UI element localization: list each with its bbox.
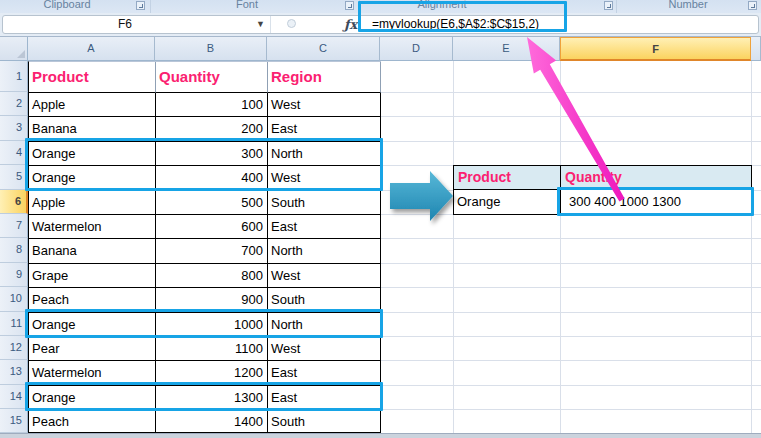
cell-b9[interactable]: 800 [156, 264, 268, 288]
highlight-box-row-14 [25, 382, 383, 411]
row-header-9[interactable]: 9 [0, 263, 28, 287]
cell-c9[interactable]: West [268, 264, 381, 288]
cell-a9[interactable]: Grape [29, 264, 156, 288]
column-header-b[interactable]: B [155, 37, 267, 61]
cell-b12[interactable]: 1100 [156, 337, 268, 361]
highlight-box-rows-4-5 [25, 138, 383, 191]
row-header-1[interactable]: 1 [0, 61, 28, 92]
cell-b8[interactable]: 700 [156, 239, 268, 263]
row-header-13[interactable]: 13 [0, 360, 28, 384]
name-box[interactable]: F6 [0, 17, 250, 32]
name-box-dropdown-icon[interactable]: ▼ [256, 17, 265, 32]
column-header-g-sliver[interactable] [751, 37, 761, 61]
cell-b7[interactable]: 600 [156, 215, 268, 239]
cell-a6[interactable]: Apple [29, 191, 156, 215]
clipboard-dialog-launcher-icon[interactable] [136, 1, 145, 10]
formula-bar-grip-icon [287, 19, 296, 28]
excel-window: Clipboard Font Alignment Number F6 ▼ ƒx … [0, 0, 761, 438]
cell-c6[interactable]: South [268, 191, 381, 215]
number-dialog-launcher-icon[interactable] [748, 1, 757, 10]
cell-a8[interactable]: Banana [29, 239, 156, 263]
screenshot-bottom-edge [0, 433, 761, 438]
select-all-corner[interactable] [0, 37, 28, 61]
cell-c2[interactable]: West [268, 93, 381, 117]
ribbon-group-font: Font [192, 0, 302, 12]
cell-c7[interactable]: East [268, 215, 381, 239]
main-data-table: Product Quantity Region Apple 100 West B… [28, 61, 381, 433]
table-row: Pear 1100 West [29, 337, 381, 361]
ribbon-separator [616, 0, 617, 13]
header-quantity[interactable]: Quantity [156, 62, 268, 93]
cell-e6-lookup-value[interactable]: Orange [454, 190, 561, 214]
formula-bar-divider [270, 16, 271, 33]
row-header-10[interactable]: 10 [0, 287, 28, 311]
ribbon-separator [150, 0, 151, 13]
column-header-e[interactable]: E [453, 37, 560, 61]
cell-c12[interactable]: West [268, 337, 381, 361]
result-header-product[interactable]: Product [454, 166, 561, 190]
cell-b15[interactable]: 1400 [156, 410, 268, 433]
row-header-11[interactable]: 11 [0, 312, 28, 336]
column-header-f-selected[interactable]: F [560, 37, 751, 61]
row-header-7[interactable]: 7 [0, 214, 28, 238]
cell-b6[interactable]: 500 [156, 191, 268, 215]
empty-grid-region [381, 61, 761, 433]
font-dialog-launcher-icon[interactable] [345, 1, 354, 10]
ribbon-group-clipboard: Clipboard [12, 0, 122, 12]
cell-a12[interactable]: Pear [29, 337, 156, 361]
cell-b2[interactable]: 100 [156, 93, 268, 117]
cell-a7[interactable]: Watermelon [29, 215, 156, 239]
table-row: Apple 100 West [29, 93, 381, 117]
column-header-a[interactable]: A [28, 37, 155, 61]
cell-c8[interactable]: North [268, 239, 381, 263]
column-header-d[interactable]: D [380, 37, 453, 61]
row-header-2[interactable]: 2 [0, 92, 28, 116]
row-header-4[interactable]: 4 [0, 141, 28, 165]
highlight-box-cell-f6 [557, 187, 754, 216]
cell-a2[interactable]: Apple [29, 93, 156, 117]
header-product[interactable]: Product [29, 62, 156, 93]
highlight-box-row-11 [25, 309, 383, 338]
table-header-row: Product Quantity Region [29, 62, 381, 93]
row-header-14[interactable]: 14 [0, 385, 28, 409]
highlight-box-formula [358, 1, 567, 32]
row-header-3[interactable]: 3 [0, 116, 28, 140]
gridlines [381, 92, 761, 433]
table-row: Apple 500 South [29, 191, 381, 215]
row-header-12[interactable]: 12 [0, 336, 28, 360]
table-row: Watermelon 600 East [29, 215, 381, 239]
cell-c15[interactable]: South [268, 410, 381, 433]
ribbon-group-number: Number [633, 0, 743, 12]
table-row: Peach 1400 South [29, 410, 381, 433]
row-header-6-selected[interactable]: 6 [0, 190, 28, 214]
row-header-5[interactable]: 5 [0, 165, 28, 189]
table-row: Grape 800 West [29, 264, 381, 288]
alignment-dialog-launcher-icon[interactable] [604, 1, 613, 10]
cell-a15[interactable]: Peach [29, 410, 156, 433]
header-region[interactable]: Region [268, 62, 381, 93]
column-header-c[interactable]: C [267, 37, 380, 61]
row-header-8[interactable]: 8 [0, 238, 28, 262]
row-header-15[interactable]: 15 [0, 409, 28, 433]
table-row: Banana 700 North [29, 239, 381, 263]
